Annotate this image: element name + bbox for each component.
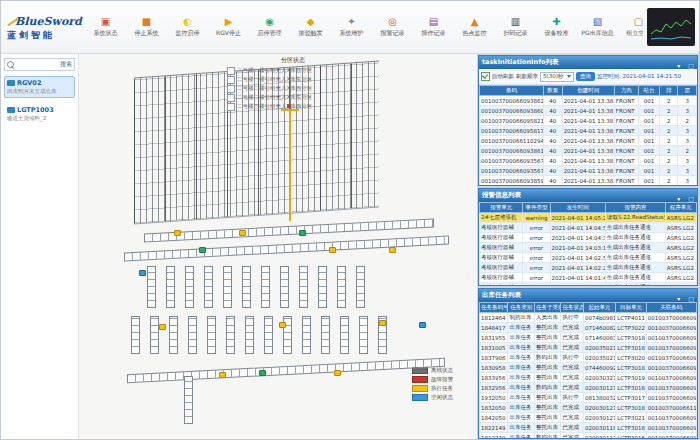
column-header[interactable]: 数量	[544, 86, 563, 96]
table-cell: 40	[544, 116, 563, 126]
table-row[interactable]: 00100370006609356779402021-04-01 13:38:4…	[480, 166, 697, 176]
device-item-lgtp1003[interactable]: LGTP1003输送土货域料_2	[4, 103, 75, 125]
table-row[interactable]: 00100370006609581747402021-04-01 13:38:3…	[480, 126, 697, 136]
refresh-rate-select[interactable]: 5(30)秒	[540, 72, 574, 82]
table-row[interactable]: 1822149出库任务整托出库已完成020030118LCTP301800100…	[480, 423, 697, 433]
pallet-column	[131, 316, 140, 354]
toolbar-alarm-records[interactable]: ◎报警记录	[372, 14, 413, 40]
table-row[interactable]: 1837906出库任务数码出库执行中020035027LCTP302000100…	[480, 353, 697, 363]
toolbar-startstop-manage[interactable]: ◉启停管理	[249, 14, 290, 40]
table-cell: 2021-04-01 14:04:52	[550, 223, 606, 233]
toolbar-monitor-toggle[interactable]: ◐监控启停	[167, 14, 208, 40]
table-row[interactable]: 00100370006611029457402021-04-01 13:38:3…	[480, 136, 697, 146]
table-row[interactable]: 考核医疗器械error2021-04-01 14:04:31生成出库任务通道AS…	[480, 233, 697, 243]
checkbox-icon[interactable]	[227, 76, 235, 84]
toolbar-stop-system[interactable]: ■停止系统	[126, 14, 167, 40]
table-cell: 00100370006609385921	[480, 186, 544, 187]
table-row[interactable]: 考核医疗器械error2021-04-01 14:02:21生成出库任务通道AS…	[480, 263, 697, 273]
toolbar-device-calibrate[interactable]: ✚设备校准	[536, 14, 577, 40]
table-row[interactable]: 00100370006609386120402021-04-01 13:38:4…	[480, 146, 697, 156]
table-row[interactable]: 1848417出库任务整托出库已完成071460082LCTP302200100…	[480, 323, 697, 333]
column-header[interactable]: 条码	[480, 86, 544, 96]
toolbar-operation-records[interactable]: ▤操作记录	[413, 14, 454, 40]
table-row[interactable]: 00100370006609386014402021-04-01 13:38:2…	[480, 106, 697, 116]
checkbox-icon[interactable]	[227, 103, 235, 111]
toolbar-stack-empty-box[interactable]: ▢组立空箱	[618, 14, 643, 40]
toolbar-dock-trigger[interactable]: ◆接驳触发	[290, 14, 331, 40]
table-row[interactable]: 1831955出库任务整托出库已完成071460083LCTP301800100…	[480, 333, 697, 343]
collapse-icon[interactable]: ▾	[677, 195, 680, 202]
toolbar-pg-outbound-info[interactable]: ▧PG出库信息	[577, 14, 618, 40]
column-header[interactable]: 创建时间	[562, 86, 614, 96]
toolbar-rgv-stop[interactable]: ▶RGV停止	[208, 14, 249, 40]
popout-icon[interactable]: ▢	[688, 62, 694, 69]
table-row[interactable]: 1831005出库任务整托出库已完成020035021LCTP301800100…	[480, 343, 697, 353]
pallet-column	[242, 266, 251, 308]
table-row[interactable]: 考核医疗器械error2021-04-01 14:03:12生成出库任务通道AS…	[480, 243, 697, 253]
toolbar-system-maintain[interactable]: ✦系统维护	[331, 14, 372, 40]
table-row[interactable]: 00100370006609385921402021-04-01 13:39:0…	[480, 186, 697, 187]
toolbar-system-status[interactable]: ▣系统状态	[85, 14, 126, 40]
query-button[interactable]: 查询	[576, 72, 595, 81]
table-row[interactable]: 1812464制药出库人员出库执行中0074b0981LCTP401100100…	[480, 313, 697, 323]
table-row[interactable]: 考核医疗器械error2021-04-01 14:02:58生成出库任务通道AS…	[480, 253, 697, 263]
column-header[interactable]: 任务状态	[561, 303, 584, 313]
table-row[interactable]: 1812239出库任务数码出库已完成020030112LCTP301600100…	[480, 433, 697, 440]
table-cell: ASRS.LG2	[665, 223, 696, 233]
column-header[interactable]: 方向	[614, 86, 638, 96]
column-header[interactable]: 任务类别	[508, 303, 534, 313]
column-header[interactable]: 起始单元	[583, 303, 615, 313]
search-input[interactable]	[16, 62, 58, 68]
checkbox-icon[interactable]	[227, 67, 235, 75]
column-header[interactable]: 报警内容	[606, 203, 666, 213]
column-header[interactable]: 任务子类别	[534, 303, 560, 313]
table-row[interactable]: 考核医疗器械error2021-04-01 14:01:47生成出库任务通道AS…	[480, 273, 697, 283]
table-cell: 已完成	[561, 373, 584, 383]
table-row[interactable]: 考核医疗器械error2021-04-01 14:04:52生成出库任务通道AS…	[480, 223, 697, 233]
zone-checkbox-row[interactable]: 二号楼二楼引组壳入X库东分区	[227, 93, 359, 102]
table-row[interactable]: 2#七层堆垛机warning2021-04-01 14:05:22读取S.22.…	[480, 213, 697, 223]
table-row[interactable]: 1832050出库任务整托出库已完成020030127LCTP301800100…	[480, 403, 697, 413]
warehouse-3d-view[interactable]: 分区状态 二号楼一楼引组壳入X库西分区二号楼一楼引组壳入X库东分区二号楼二楼引组…	[79, 54, 477, 440]
column-header[interactable]: 任务条码号	[480, 303, 508, 313]
task-initiation-table: 条码数量创建时间方向站台排层00100370006609386238402021…	[479, 85, 697, 186]
device-item-rgv02[interactable]: RGV02回库到月末五成仓库	[4, 76, 75, 98]
column-header[interactable]: 层	[678, 86, 697, 96]
toolbar-scan-records[interactable]: ▥扫码记录	[495, 14, 536, 40]
zone-checkbox-row[interactable]: 二号楼一楼引组壳入X库东分区	[227, 75, 359, 84]
brand-logo: BlueSword 蓝剑智能	[1, 12, 83, 42]
column-header[interactable]: 事件类型	[523, 203, 550, 213]
collapse-icon[interactable]: ▾	[677, 62, 680, 69]
column-header[interactable]: 站台	[639, 86, 660, 96]
zone-checkbox-row[interactable]: 二号楼一楼引组壳入X库西分区	[227, 66, 359, 75]
vehicle-dot	[279, 322, 286, 328]
auto-refresh-checkbox[interactable]	[481, 72, 490, 81]
table-row[interactable]: 1833956出库任务整托出库已完成020030327LCTP301900100…	[480, 373, 697, 383]
table-row[interactable]: 00100370006609386238402021-04-01 13:38:2…	[480, 96, 697, 106]
column-header[interactable]: 报警单元	[480, 203, 523, 213]
popout-icon[interactable]: ▢	[688, 295, 694, 302]
table-row[interactable]: 00100370006609582162402021-04-01 13:38:2…	[480, 116, 697, 126]
table-row[interactable]: 1932050出库任务整托出库执行中081380032LCTP301700100…	[480, 393, 697, 403]
table-row[interactable]: 考核医疗器械error2021-04-01 14:01:05生成出库任务通道AS…	[480, 283, 697, 287]
checkbox-icon[interactable]	[227, 85, 235, 93]
checkbox-icon[interactable]	[227, 94, 235, 102]
table-row[interactable]: 00100370006609385911402021-04-01 13:38:5…	[480, 176, 697, 186]
column-header[interactable]: 排	[659, 86, 678, 96]
column-header[interactable]: 发生时间	[550, 203, 606, 213]
table-row[interactable]: 1830958出库任务整托出库已完成074460092LCTP301800100…	[480, 363, 697, 373]
popout-icon[interactable]: ▢	[688, 195, 694, 202]
toolbar-hotspot-monitor[interactable]: ▲热点监控	[454, 14, 495, 40]
table-row[interactable]: 1842050出库任务整托出库已完成020030127LCTP302100100…	[480, 413, 697, 423]
zone-checkbox-row[interactable]: 二号楼二楼引组壳入X库西分区	[227, 84, 359, 93]
table-cell: 00100370006609356764	[646, 423, 696, 433]
zone-checkbox-row[interactable]: 二号楼三楼引组壳入X库西分区	[227, 102, 359, 111]
column-header[interactable]: 关联条码	[646, 303, 696, 313]
collapse-icon[interactable]: ▾	[677, 295, 680, 302]
search-button[interactable]: 搜索	[60, 60, 72, 69]
column-header[interactable]: 程序单元	[665, 203, 696, 213]
column-header[interactable]: 目标单元	[616, 303, 646, 313]
table-row[interactable]: 00100370006609356770402021-04-01 13:38:4…	[480, 156, 697, 166]
table-row[interactable]: 1832956出库任务数码出库已完成020030127LCTP301800100…	[480, 383, 697, 393]
table-cell: 00100370006609385911	[480, 176, 544, 186]
